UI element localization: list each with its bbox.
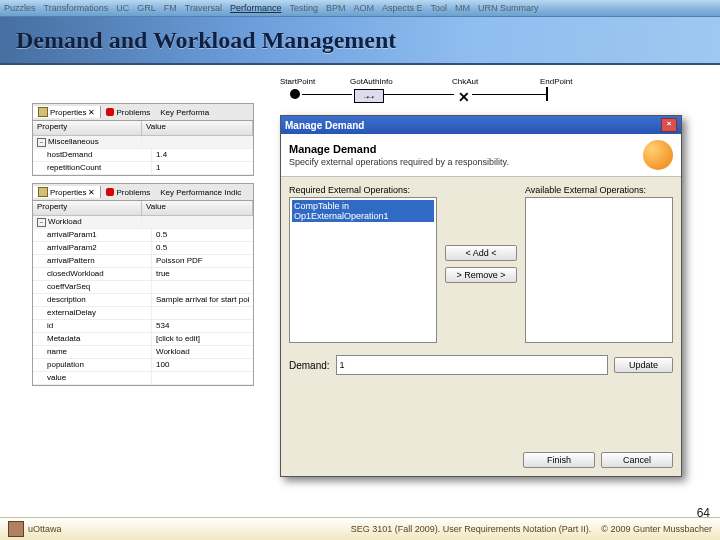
available-ops-label: Available External Operations: xyxy=(525,185,673,195)
manage-demand-dialog: Manage Demand × Manage Demand Specify ex… xyxy=(280,115,682,477)
footer-institution: uOttawa xyxy=(28,524,62,534)
nav-traversal[interactable]: Traversal xyxy=(185,3,222,13)
properties-panel-top: Properties ✕ Problems Key Performa Prope… xyxy=(32,103,254,176)
nav-tool[interactable]: Tool xyxy=(431,3,448,13)
expander-icon[interactable]: – xyxy=(37,218,46,227)
nav-urn-summary[interactable]: URN Summary xyxy=(478,3,539,13)
required-ops-list[interactable]: CompTable in Op1ExternalOperation1 xyxy=(289,197,437,343)
page-number: 64 xyxy=(697,506,710,520)
start-point-icon xyxy=(290,89,300,99)
tab-keyperf[interactable]: Key Performa xyxy=(155,107,214,118)
prop-val[interactable]: 1 xyxy=(152,162,253,174)
properties-icon xyxy=(38,107,48,117)
required-ops-label: Required External Operations: xyxy=(289,185,437,195)
uottawa-logo-icon xyxy=(8,521,24,537)
nav-transformations[interactable]: Transformations xyxy=(44,3,109,13)
prop-key: repetitionCount xyxy=(33,162,152,174)
diagram-node-label: ChkAut xyxy=(452,77,478,86)
diagram-end-label: EndPoint xyxy=(540,77,572,86)
nav-performance[interactable]: Performance xyxy=(230,3,282,13)
dialog-banner-icon xyxy=(643,140,673,170)
nav-bpm[interactable]: BPM xyxy=(326,3,346,13)
properties-panel-bottom: Properties ✕ Problems Key Performance In… xyxy=(32,183,254,386)
responsibility-icon: ✕ xyxy=(458,89,470,105)
problems-icon xyxy=(106,188,114,196)
slide-header: Demand and Workload Management xyxy=(0,17,720,65)
col-value: Value xyxy=(142,121,253,135)
dialog-heading: Manage Demand xyxy=(289,143,509,155)
nav-grl[interactable]: GRL xyxy=(137,3,156,13)
nav-puzzles[interactable]: Puzzles xyxy=(4,3,36,13)
nav-uc[interactable]: UC xyxy=(116,3,129,13)
tab-problems[interactable]: Problems xyxy=(101,107,155,118)
cancel-button[interactable]: Cancel xyxy=(601,452,673,468)
stub-icon: ⇢⇢ xyxy=(354,89,384,103)
col-property: Property xyxy=(33,121,142,135)
add-button[interactable]: < Add < xyxy=(445,245,517,261)
demand-input[interactable] xyxy=(336,355,608,375)
ucm-diagram: StartPoint GotAuthInfo ⇢⇢ ChkAut ✕ EndPo… xyxy=(280,79,660,109)
expander-icon[interactable]: – xyxy=(37,138,46,147)
tab-properties[interactable]: Properties ✕ xyxy=(33,186,101,198)
diagram-start-label: StartPoint xyxy=(280,77,315,86)
end-point-icon xyxy=(546,87,548,101)
dialog-titlebar[interactable]: Manage Demand × xyxy=(281,116,681,134)
demand-label: Demand: xyxy=(289,360,330,371)
col-property: Property xyxy=(33,201,142,215)
tab-keyperf[interactable]: Key Performance Indic xyxy=(155,187,246,198)
prop-val[interactable]: 1.4 xyxy=(152,149,253,161)
slide-footer: uOttawa SEG 3101 (Fall 2009). User Requi… xyxy=(0,517,720,540)
tab-problems[interactable]: Problems xyxy=(101,187,155,198)
close-icon[interactable]: × xyxy=(661,118,677,132)
tab-properties[interactable]: Properties ✕ xyxy=(33,106,101,118)
diagram-node-label: GotAuthInfo xyxy=(350,77,393,86)
dialog-subtitle: Specify external operations required by … xyxy=(289,157,509,167)
problems-icon xyxy=(106,108,114,116)
page-title: Demand and Workload Management xyxy=(16,27,396,54)
available-ops-list[interactable] xyxy=(525,197,673,343)
col-value: Value xyxy=(142,201,253,215)
nav-fm[interactable]: FM xyxy=(164,3,177,13)
remove-button[interactable]: > Remove > xyxy=(445,267,517,283)
finish-button[interactable]: Finish xyxy=(523,452,595,468)
nav-testing[interactable]: Testing xyxy=(289,3,318,13)
properties-icon xyxy=(38,187,48,197)
nav-aom[interactable]: AOM xyxy=(353,3,374,13)
top-nav: Puzzles Transformations UC GRL FM Traver… xyxy=(0,0,720,17)
list-item[interactable]: CompTable in Op1ExternalOperation1 xyxy=(292,200,434,222)
nav-mm[interactable]: MM xyxy=(455,3,470,13)
prop-key: hostDemand xyxy=(33,149,152,161)
footer-copyright: © 2009 Gunter Mussbacher xyxy=(601,524,712,534)
update-button[interactable]: Update xyxy=(614,357,673,373)
nav-aspects[interactable]: Aspects E xyxy=(382,3,423,13)
dialog-title: Manage Demand xyxy=(285,120,364,131)
footer-center: SEG 3101 (Fall 2009). User Requirements … xyxy=(351,524,592,534)
